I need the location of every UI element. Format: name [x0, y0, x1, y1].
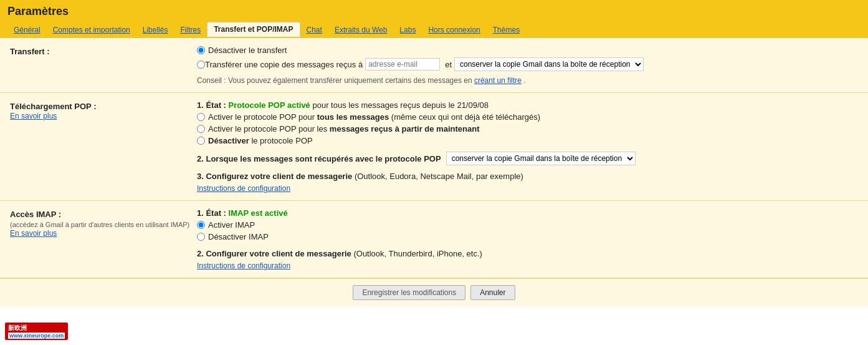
pop-radio-disable-row: Désactiver le protocole POP	[197, 136, 858, 145]
imap-status-green: IMAP est activé	[229, 208, 288, 218]
pop-step2-label: 2. Lorsque les messages sont récupérés a…	[197, 154, 441, 163]
tab-extraits[interactable]: Extraits du Web	[328, 23, 393, 37]
pop-step2-row: 2. Lorsque les messages sont récupérés a…	[197, 152, 858, 165]
imap-radio-deactivate-row: Désactiver IMAP	[197, 232, 858, 241]
transfert-disable-label[interactable]: Désactiver le transfert	[208, 46, 287, 55]
pop-all-label: Activer le protocole POP pour tous les m…	[208, 112, 540, 122]
transfert-section: Transfert : Désactiver le transfert Tran…	[0, 38, 868, 93]
tab-libelles[interactable]: Libellés	[136, 23, 174, 37]
pop-from-radio[interactable]	[197, 125, 205, 133]
transfert-label: Transfert :	[10, 46, 197, 56]
imap-step2-label: 2. Configurer votre client de messagerie	[197, 249, 351, 258]
imap-label: Accès IMAP : (accédez à Gmail à partir d…	[10, 208, 197, 238]
transfert-forward-radio[interactable]	[197, 61, 205, 69]
pop-radio-from-row: Activer le protocole POP pour les messag…	[197, 124, 858, 134]
cancel-button[interactable]: Annuler	[470, 285, 515, 300]
pop-step3: 3. Configurez votre client de messagerie…	[197, 172, 858, 181]
tab-chat[interactable]: Chat	[300, 23, 328, 37]
imap-section: Accès IMAP : (accédez à Gmail à partir d…	[0, 201, 868, 278]
imap-activate-radio[interactable]	[197, 221, 205, 229]
imap-step1: 1. État : IMAP est activé	[197, 208, 858, 218]
tab-hors-connexion[interactable]: Hors connexion	[422, 23, 486, 37]
imap-activate-label[interactable]: Activer IMAP	[208, 220, 255, 230]
conseil-row: Conseil : Vous pouvez également transfér…	[197, 76, 858, 85]
transfert-content: Désactiver le transfert Transférer une c…	[197, 46, 858, 85]
transfert-action-dropdown[interactable]: conserver la copie Gmail dans la boîte d…	[454, 57, 644, 71]
pop-radio-all-row: Activer le protocole POP pour tous les m…	[197, 112, 858, 122]
transfert-and-text: et	[445, 60, 452, 69]
transfert-radio-forward-row: Transférer une copie des messages reçus …	[197, 57, 858, 71]
imap-learn-more-link[interactable]: En savoir plus	[10, 229, 57, 238]
tab-filtres[interactable]: Filtres	[174, 23, 207, 37]
settings-content: Transfert : Désactiver le transfert Tran…	[0, 37, 868, 306]
email-field[interactable]	[365, 58, 440, 70]
page-header: Paramètres Général Comptes et importatio…	[0, 0, 868, 37]
tab-transfert[interactable]: Transfert et POP/IMAP	[207, 22, 300, 37]
tab-comptes[interactable]: Comptes et importation	[47, 23, 136, 37]
imap-step2: 2. Configurer votre client de messagerie…	[197, 249, 858, 258]
pop-step3-label: 3. Configurez votre client de messagerie	[197, 172, 352, 181]
imap-content: 1. État : IMAP est activé Activer IMAP D…	[197, 208, 858, 270]
footer: Enregistrer les modifications Annuler	[0, 278, 868, 306]
pop-from-label: Activer le protocole POP pour les messag…	[208, 124, 479, 134]
imap-radio-activate-row: Activer IMAP	[197, 220, 858, 230]
nav-tabs: Général Comptes et importation Libellés …	[7, 22, 861, 37]
pop-action-dropdown[interactable]: conserver la copie Gmail dans la boîte d…	[446, 152, 636, 165]
tab-general[interactable]: Général	[7, 23, 47, 37]
pop-step1: 1. État : Protocole POP activé pour tous…	[197, 100, 858, 110]
imap-config-link[interactable]: Instructions de configuration	[197, 261, 290, 270]
creer-filtre-link[interactable]: créant un filtre	[474, 76, 522, 85]
tab-themes[interactable]: Thèmes	[487, 23, 526, 37]
pop-label: Téléchargement POP : En savoir plus	[10, 100, 197, 120]
pop-section: Téléchargement POP : En savoir plus 1. É…	[0, 93, 868, 201]
pop-status-green: Protocole POP activé	[229, 100, 310, 110]
page-title: Paramètres	[7, 5, 861, 18]
transfert-forward-label: Transférer une copie des messages reçus …	[205, 60, 363, 69]
pop-all-radio[interactable]	[197, 113, 205, 121]
imap-deactivate-label[interactable]: Désactiver IMAP	[208, 232, 269, 241]
pop-disable-label: Désactiver le protocole POP	[208, 136, 313, 145]
tab-labs[interactable]: Labs	[393, 23, 422, 37]
save-button[interactable]: Enregistrer les modifications	[353, 285, 465, 300]
transfert-disable-radio[interactable]	[197, 46, 205, 54]
pop-learn-more-link[interactable]: En savoir plus	[10, 112, 57, 120]
imap-deactivate-radio[interactable]	[197, 233, 205, 241]
pop-disable-radio[interactable]	[197, 137, 205, 145]
pop-content: 1. État : Protocole POP activé pour tous…	[197, 100, 858, 193]
transfert-radio-disable-row: Désactiver le transfert	[197, 46, 858, 55]
pop-config-link[interactable]: Instructions de configuration	[197, 184, 290, 193]
